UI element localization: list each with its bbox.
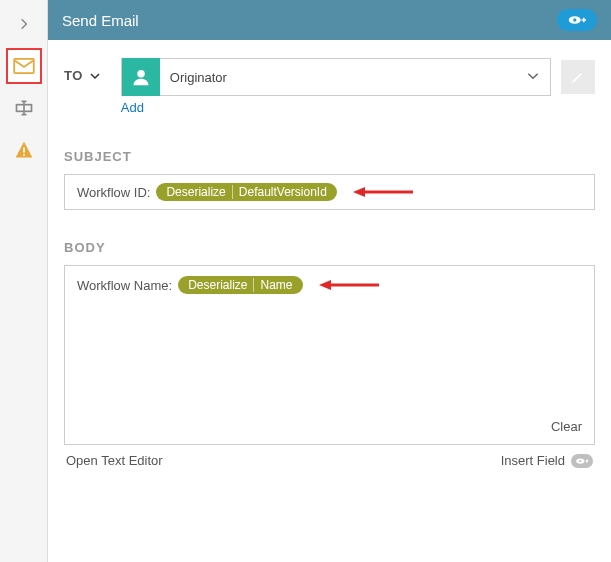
form-icon [14,99,34,117]
sidebar [0,0,48,562]
svg-rect-5 [23,148,25,153]
alert-icon [14,140,34,160]
chevron-down-icon [516,69,550,86]
subject-label: SUBJECT [64,149,595,164]
arrow-annotation-icon [319,278,379,292]
body-prefix: Workflow Name: [77,278,172,293]
chevron-down-icon[interactable] [89,70,101,82]
chevron-right-icon [17,17,31,31]
open-text-editor-link[interactable]: Open Text Editor [66,453,163,468]
subject-prefix: Workflow ID: [77,185,150,200]
body-section: BODY Workflow Name: Deserialize Name [64,240,595,468]
add-recipient-link[interactable]: Add [121,100,595,115]
to-value: Originator [160,70,516,85]
subject-section: SUBJECT Workflow ID: Deserialize Default… [64,149,595,210]
to-recipient-select[interactable]: Originator [121,58,551,96]
svg-marker-13 [353,187,365,197]
subject-input[interactable]: Workflow ID: Deserialize DefaultVersionI… [64,174,595,210]
sidebar-alert[interactable] [6,132,42,168]
pencil-icon [570,69,586,85]
svg-point-11 [137,70,145,78]
sidebar-collapse[interactable] [6,6,42,42]
header-action-button[interactable] [557,9,597,31]
sidebar-form[interactable] [6,90,42,126]
body-label: BODY [64,240,595,255]
to-label: TO [64,68,83,83]
to-row: TO Originator [64,58,595,115]
sidebar-email[interactable] [6,48,42,84]
arrow-annotation-icon [353,185,413,199]
body-input[interactable]: Workflow Name: Deserialize Name [64,265,595,445]
svg-marker-15 [319,280,331,290]
insert-field-link[interactable]: Insert Field [501,453,593,468]
eye-plus-icon [571,454,593,468]
body-token[interactable]: Deserialize Name [178,276,302,294]
panel-header: Send Email [48,0,611,40]
clear-body-link[interactable]: Clear [77,419,582,434]
edit-recipient-button[interactable] [561,60,595,94]
panel-title: Send Email [62,12,557,29]
svg-point-8 [573,18,576,21]
svg-point-17 [579,459,581,461]
svg-rect-6 [23,154,25,156]
subject-token[interactable]: Deserialize DefaultVersionId [156,183,336,201]
main-panel: Send Email TO [48,0,611,562]
avatar-icon [122,58,160,96]
email-icon [13,58,35,74]
eye-plus-icon [568,14,586,26]
